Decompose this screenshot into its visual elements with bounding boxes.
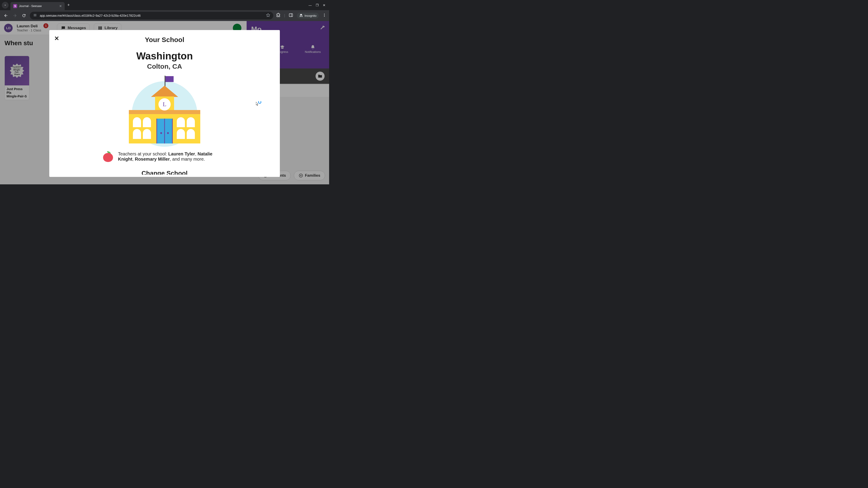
puzzle-icon	[276, 13, 281, 18]
teacher-1: Lauren Tyler	[168, 151, 195, 156]
arrow-right-icon	[13, 13, 17, 18]
school-modal: ✕ Your School Washington Colton, CA L	[49, 30, 280, 177]
close-modal-button[interactable]: ✕	[54, 35, 59, 42]
reload-button[interactable]	[21, 12, 27, 19]
close-tab-button[interactable]: ✕	[59, 4, 62, 8]
svg-point-2	[324, 13, 325, 14]
maximize-button[interactable]: ❐	[316, 3, 319, 7]
modal-title: Your School	[49, 30, 280, 46]
school-location: Colton, CA	[63, 63, 266, 70]
svg-rect-0	[289, 13, 293, 17]
tab-title: Journal - Seesaw	[19, 4, 57, 8]
incognito-badge[interactable]: Incognito	[297, 13, 319, 19]
url-text: app.seesaw.me/#/class/class.e01bf4c2-9a2…	[40, 14, 264, 18]
browser-menu-button[interactable]	[322, 13, 327, 18]
close-window-button[interactable]: ✕	[323, 3, 326, 7]
teachers-info: Teachers at your school: Lauren Tyler, N…	[63, 151, 266, 162]
change-school-link[interactable]: Change School	[63, 170, 266, 175]
site-info-icon[interactable]	[33, 13, 37, 18]
extensions-button[interactable]	[276, 13, 281, 18]
browser-tab-strip: S Journal - Seesaw ✕ + — ❐ ✕	[0, 0, 329, 10]
sep: ,	[195, 151, 197, 156]
app-viewport: LD Lauren Deli Teacher · 1 Class 1 Messa…	[0, 21, 329, 184]
clock-icon: L	[158, 98, 170, 110]
chevron-down-icon	[4, 4, 7, 7]
bookmark-button[interactable]	[266, 13, 270, 18]
new-tab-button[interactable]: +	[67, 3, 70, 7]
minimize-button[interactable]: —	[309, 3, 312, 7]
modal-overlay[interactable]: ✕ Your School Washington Colton, CA L	[0, 21, 329, 184]
school-illustration: L	[126, 76, 203, 146]
teachers-text: Teachers at your school: Lauren Tyler, N…	[118, 151, 226, 162]
browser-tab[interactable]: S Journal - Seesaw ✕	[10, 2, 65, 10]
address-bar[interactable]: app.seesaw.me/#/class/class.e01bf4c2-9a2…	[30, 12, 273, 20]
window-controls: — ❐ ✕	[309, 3, 327, 7]
star-icon	[266, 13, 270, 17]
teachers-suffix: , and many more.	[170, 157, 205, 162]
arrow-left-icon	[4, 13, 8, 18]
side-panel-button[interactable]	[289, 13, 293, 18]
incognito-label: Incognito	[305, 14, 316, 18]
apple-icon	[103, 151, 114, 162]
svg-point-3	[324, 15, 325, 15]
svg-point-4	[324, 16, 325, 17]
back-button[interactable]	[3, 12, 9, 19]
sep: ,	[132, 157, 135, 162]
panel-icon	[289, 13, 293, 18]
toolbar-icons: | Incognito	[276, 13, 327, 19]
flag-icon	[165, 76, 174, 82]
forward-button[interactable]	[12, 12, 18, 19]
reload-icon	[22, 13, 26, 18]
incognito-icon	[299, 13, 303, 18]
modal-body[interactable]: Washington Colton, CA L	[49, 46, 280, 175]
teachers-prefix: Teachers at your school:	[118, 151, 168, 156]
teacher-3: Rosemary Miller	[135, 157, 170, 162]
seesaw-favicon: S	[13, 4, 17, 8]
browser-toolbar: app.seesaw.me/#/class/class.e01bf4c2-9a2…	[0, 10, 329, 21]
kebab-icon	[322, 13, 327, 17]
school-name: Washington	[63, 51, 266, 62]
tab-search-button[interactable]	[2, 2, 8, 8]
